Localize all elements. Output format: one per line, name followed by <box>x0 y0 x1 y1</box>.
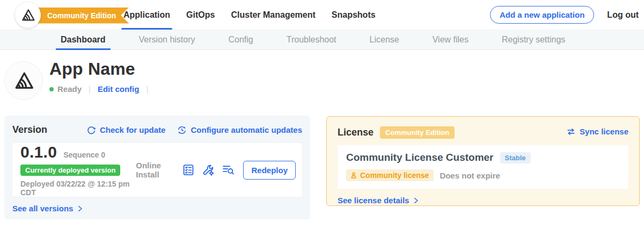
brand-circle <box>15 2 41 28</box>
nav-application[interactable]: Application <box>123 0 170 30</box>
ribbon-label: Community Edition <box>47 11 116 20</box>
brand-logo[interactable]: Community Edition <box>15 2 102 28</box>
add-new-application-button[interactable]: Add a new application <box>490 6 594 24</box>
tab-version-history[interactable]: Version history <box>139 30 195 49</box>
app-subnav: Dashboard Version history Config Trouble… <box>0 30 644 50</box>
license-info-box: Community License Customer Stable Commun… <box>338 145 628 189</box>
user-icon <box>350 172 357 179</box>
nav-gitops[interactable]: GitOps <box>186 0 215 30</box>
app-header: App Name Ready | Edit config | <box>4 58 155 100</box>
version-card: Version Check for update <box>4 116 310 219</box>
app-logo-icon <box>13 70 34 91</box>
nav-snapshots[interactable]: Snapshots <box>332 0 376 30</box>
kots-admin-console: Community Edition Application GitOps Clu… <box>0 0 644 228</box>
license-card-footer: See license details <box>338 196 628 205</box>
license-card-actions: Sync license <box>566 127 628 139</box>
version-card-actions: Check for update Configure automatic upd… <box>86 125 302 135</box>
status-badge: Ready <box>57 84 82 94</box>
top-bar-right: Add a new application Log out <box>490 6 639 24</box>
main-nav: Application GitOps Cluster Management Sn… <box>123 0 376 30</box>
expiry-text: Does not expire <box>440 171 500 180</box>
preflight-checks-icon[interactable] <box>182 163 195 177</box>
tab-dashboard[interactable]: Dashboard <box>61 30 106 49</box>
sequence-label: Sequence 0 <box>63 151 105 159</box>
view-diff-search-icon[interactable] <box>222 163 235 177</box>
replicated-logo-icon <box>20 8 35 23</box>
channel-badge: Stable <box>500 152 531 163</box>
divider: | <box>89 84 91 94</box>
version-info: 0.1.0 Sequence 0 Currently deployed vers… <box>20 143 136 197</box>
tab-registry-settings[interactable]: Registry settings <box>502 30 565 49</box>
version-card-title: Version <box>12 124 47 136</box>
license-type-row: Community license Does not expire <box>346 169 620 181</box>
tab-view-files[interactable]: View files <box>433 30 469 49</box>
check-for-update-link[interactable]: Check for update <box>86 125 166 135</box>
deployed-version-badge: Currently deployed version <box>20 165 120 176</box>
version-number: 0.1.0 <box>20 143 57 161</box>
customer-name: Community License Customer <box>346 152 494 163</box>
app-avatar <box>4 61 43 100</box>
deployed-timestamp: Deployed 03/22/22 @ 12:15 pm CDT <box>20 180 136 197</box>
refresh-icon <box>86 125 96 135</box>
license-card-title: License <box>338 127 374 138</box>
tab-config[interactable]: Config <box>229 30 253 49</box>
community-edition-ribbon: Community Edition <box>28 8 129 24</box>
tab-license[interactable]: License <box>370 30 399 49</box>
auto-update-clock-icon <box>177 125 187 135</box>
logout-button[interactable]: Log out <box>607 10 639 20</box>
app-title-block: App Name Ready | Edit config | <box>49 58 155 100</box>
license-customer-row: Community License Customer Stable <box>346 152 620 163</box>
app-status-row: Ready | Edit config | <box>49 84 155 94</box>
sync-license-link[interactable]: Sync license <box>566 127 628 137</box>
chevron-right-icon <box>77 205 83 212</box>
version-card-footer: See all versions <box>12 204 302 213</box>
divider: | <box>146 84 148 94</box>
version-card-header: Version Check for update <box>12 124 302 136</box>
see-all-versions-link[interactable]: See all versions <box>12 204 83 213</box>
chevron-right-icon <box>413 197 419 204</box>
tab-troubleshoot[interactable]: Troubleshoot <box>287 30 336 49</box>
sync-arrows-icon <box>566 127 576 137</box>
edition-badge: Community Edition <box>380 126 455 139</box>
see-license-details-link[interactable]: See license details <box>338 196 419 205</box>
license-card: License Community Edition Sync license <box>326 116 640 206</box>
status-dot <box>49 87 54 91</box>
config-wrench-icon[interactable] <box>202 163 215 177</box>
top-bar: Community Edition Application GitOps Clu… <box>0 0 644 30</box>
page-title: App Name <box>49 59 155 79</box>
configure-automatic-updates-link[interactable]: Configure automatic updates <box>177 125 302 135</box>
current-version-box: 0.1.0 Sequence 0 Currently deployed vers… <box>12 143 302 197</box>
redeploy-button[interactable]: Redeploy <box>243 161 296 180</box>
install-type-label: Online Install <box>136 161 174 179</box>
edit-config-link[interactable]: Edit config <box>98 84 140 94</box>
license-type-badge: Community license <box>346 169 434 181</box>
license-card-header: License Community Edition Sync license <box>338 126 628 139</box>
nav-cluster-management[interactable]: Cluster Management <box>231 0 315 30</box>
version-actions: Online Install <box>136 161 296 180</box>
